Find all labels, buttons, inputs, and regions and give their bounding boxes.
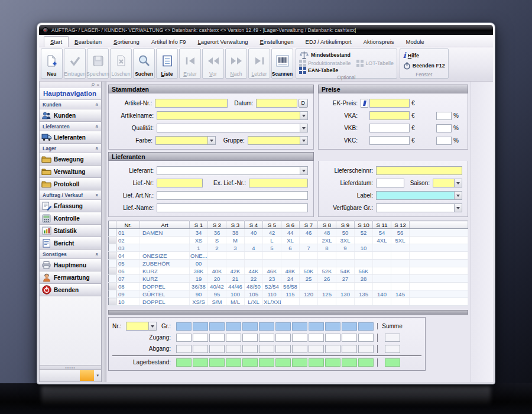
sidebar-item-kontrolle[interactable]: Kontrolle <box>40 212 101 225</box>
lagerbestand-cell[interactable] <box>325 358 340 367</box>
abgang-cell[interactable] <box>259 345 274 353</box>
lieferant-combo[interactable] <box>157 166 308 175</box>
tab-module[interactable]: Module <box>400 37 430 47</box>
gr-cell[interactable] <box>193 322 208 331</box>
farbe-combo[interactable] <box>155 136 216 145</box>
table-row[interactable]: 09 GÜRTEL9095100105110115120125130135140… <box>109 290 468 298</box>
lief-art-nr-input[interactable] <box>157 191 308 200</box>
gr-cell[interactable] <box>259 322 274 331</box>
gruppe-combo[interactable] <box>248 136 308 145</box>
nav-group-kunden[interactable]: Kunden « <box>40 100 101 109</box>
row-selector[interactable] <box>109 283 116 290</box>
nav-splitter[interactable]: ••••• <box>40 365 101 370</box>
gr-cell[interactable] <box>358 322 374 331</box>
tab-edj-artikelimport[interactable]: EDJ / Artikelimport <box>300 37 358 47</box>
chevron-down-icon[interactable] <box>300 124 307 132</box>
gr-cell[interactable] <box>275 322 291 331</box>
sidebar-item-bericht[interactable]: Bericht <box>40 237 101 250</box>
table-row[interactable]: 08 DOPPEL36/3840/4244/4648/5052/5456/58 <box>109 283 468 290</box>
lief-name-input[interactable] <box>157 203 308 212</box>
sidebar-item-kunden[interactable]: Kunden <box>40 109 101 122</box>
vkc-input[interactable] <box>369 136 410 145</box>
gr-cell[interactable] <box>342 322 357 331</box>
sidebar-item-verwaltung[interactable]: Verwaltung <box>40 166 101 178</box>
lief-nr-input[interactable] <box>157 179 203 187</box>
row-selector[interactable] <box>109 260 116 267</box>
zugang-cell[interactable] <box>292 334 307 342</box>
artikel-nr-input[interactable] <box>155 99 228 108</box>
zugang-cell[interactable] <box>259 334 274 342</box>
nav-group-lieferanten[interactable]: Lieferanten « <box>40 122 101 131</box>
chevron-down-icon[interactable] <box>454 179 462 187</box>
ean-tabelle-toggle[interactable]: EAN-Tabelle <box>299 67 338 74</box>
neu-button[interactable]: Neu <box>41 48 63 79</box>
tab-einstellungen[interactable]: Einstellungen <box>254 37 300 47</box>
erster-button[interactable]: Erster <box>179 48 201 79</box>
tab-sortierung[interactable]: Sortierung <box>108 37 145 47</box>
ek-preis-icon-button[interactable] <box>361 99 368 108</box>
abgang-cell[interactable] <box>292 345 307 353</box>
lagerbestand-cell[interactable] <box>259 358 274 367</box>
lagerbestand-cell[interactable] <box>242 358 258 367</box>
row-selector[interactable] <box>109 252 116 260</box>
sidebar-item-lieferanten[interactable]: Lieferanten <box>40 131 101 144</box>
nach-button[interactable]: Nach <box>225 48 247 79</box>
zugang-cell[interactable] <box>275 334 291 342</box>
nav-group-sonstiges[interactable]: Sonstiges « <box>40 250 101 259</box>
abgang-cell[interactable] <box>176 345 192 353</box>
lot-tabelle-toggle[interactable]: LOT-Tabelle <box>356 60 393 67</box>
chevron-down-icon[interactable]: ▾ <box>96 373 99 378</box>
chevron-down-icon[interactable] <box>454 192 462 199</box>
sidebar-item-statistik[interactable]: Statistik <box>40 225 101 237</box>
titlebar[interactable]: AUFTRAG- / LAGER- / KUNDEN- VERWALTUNG <… <box>39 25 493 35</box>
chevron-down-icon[interactable] <box>207 137 215 144</box>
gr-cell[interactable] <box>309 322 324 331</box>
abgang-cell[interactable] <box>242 345 258 353</box>
sidebar-item-fernwartung[interactable]: Fernwartung <box>40 271 101 284</box>
lieferdatum-input[interactable] <box>376 179 404 187</box>
tab-artikel-info-f9[interactable]: Artikel Info F9 <box>145 37 192 47</box>
zugang-cell[interactable] <box>226 334 241 342</box>
letzter-button[interactable]: Letzter <box>248 48 270 79</box>
zugang-cell[interactable] <box>209 334 225 342</box>
abgang-cell[interactable] <box>275 345 291 353</box>
table-row[interactable]: 01 DAMEN343638404244464850525456 <box>109 229 468 237</box>
ex-lief-nr-input[interactable] <box>249 179 308 187</box>
vka-percent-input[interactable] <box>436 112 452 120</box>
datum-picker-button[interactable]: D <box>299 99 308 108</box>
bestand-nr-combo[interactable] <box>126 322 157 331</box>
row-selector[interactable] <box>109 267 116 275</box>
gr-cell[interactable] <box>325 322 340 331</box>
abgang-cell[interactable] <box>226 345 241 353</box>
artikelname-combo[interactable] <box>157 111 308 120</box>
row-selector[interactable] <box>109 229 116 237</box>
table-row[interactable]: 03 12345678910 <box>109 244 468 252</box>
nav-group-auftrag-verkauf[interactable]: Auftrag / Verkauf « <box>40 190 101 200</box>
tab-aktionspreis[interactable]: Aktionspreis <box>358 37 400 47</box>
liste-button[interactable]: Liste <box>156 48 178 79</box>
sidebar-item-hauptmenu[interactable]: Hauptmenu <box>40 259 101 271</box>
lagerbestand-cell[interactable] <box>342 358 357 367</box>
lieferschein-input[interactable] <box>376 166 462 175</box>
saison-combo[interactable] <box>433 179 462 187</box>
chevron-down-icon[interactable] <box>300 167 307 174</box>
qualitaet-combo[interactable] <box>157 124 308 132</box>
lagerbestand-cell[interactable] <box>292 358 307 367</box>
label-combo[interactable] <box>376 191 462 200</box>
lagerbestand-cell[interactable] <box>209 358 225 367</box>
scannen-button[interactable]: Scannen <box>271 48 293 79</box>
nav-shortcut-chip[interactable] <box>80 370 94 381</box>
table-row[interactable]: 05 ZUBEHÖR00 <box>109 260 468 267</box>
lagerbestand-cell[interactable] <box>309 358 324 367</box>
abgang-cell[interactable] <box>309 345 324 353</box>
tab-bearbeiten[interactable]: Bearbeiten <box>69 37 108 47</box>
table-row[interactable]: 07 KURZ19202122232425262728 <box>109 275 468 283</box>
row-selector[interactable] <box>109 298 116 306</box>
zugang-cell[interactable] <box>358 334 374 342</box>
row-selector[interactable] <box>109 290 116 298</box>
suchen-button[interactable]: Suchen <box>133 48 155 79</box>
vkb-input[interactable] <box>369 124 410 132</box>
zugang-cell[interactable] <box>242 334 258 342</box>
row-selector[interactable] <box>109 237 116 244</box>
chevron-down-icon[interactable] <box>300 112 307 119</box>
